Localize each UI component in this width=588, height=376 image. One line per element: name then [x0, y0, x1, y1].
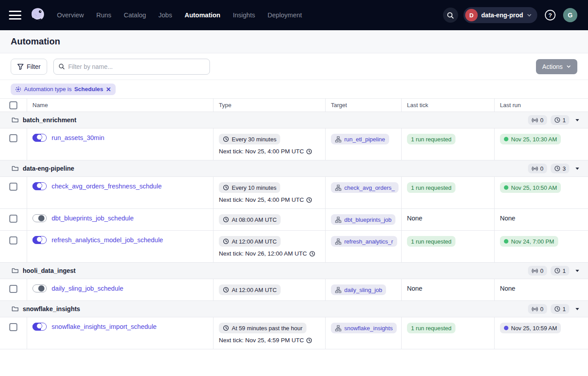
group-row: data-eng-pipeline 03: [0, 160, 588, 177]
filter-chip-automation-type[interactable]: Automation type is Schedules ✕: [11, 84, 116, 95]
filter-button[interactable]: Filter: [11, 59, 47, 75]
last-tick-none: None: [407, 284, 423, 292]
next-tick: Next tick: Nov 25, 4:59 PM UTC: [219, 337, 312, 344]
collapse-group-icon[interactable]: [576, 119, 579, 121]
nav-item-automation[interactable]: Automation: [185, 12, 221, 19]
column-header-type: Type: [213, 99, 326, 112]
collapse-group-icon[interactable]: [576, 168, 579, 170]
sensor-icon: [532, 117, 538, 123]
next-tick: Next tick: Nov 26, 12:00 AM UTC: [219, 250, 315, 257]
row-checkbox[interactable]: [9, 134, 17, 142]
row-checkbox[interactable]: [9, 236, 17, 244]
schedule-toggle[interactable]: [32, 134, 47, 142]
nav-item-insights[interactable]: Insights: [233, 12, 255, 19]
target-link[interactable]: snowflake_insights: [331, 323, 397, 333]
target-link[interactable]: daily_sling_job: [331, 284, 386, 295]
sensor-count-badge: 0: [528, 266, 547, 276]
clock-icon: [223, 287, 229, 293]
last-tick-status: 1 run requested: [407, 134, 455, 144]
folder-icon: [12, 116, 19, 124]
dagster-logo[interactable]: [28, 6, 47, 24]
row-checkbox[interactable]: [9, 285, 17, 293]
collapse-group-icon[interactable]: [576, 270, 579, 272]
nav-item-deployment[interactable]: Deployment: [267, 12, 302, 19]
schedule-name-link[interactable]: check_avg_orders_freshness_schdule: [52, 183, 161, 190]
schedule-toggle[interactable]: [32, 214, 47, 222]
sensor-count-badge: 0: [528, 164, 547, 173]
last-run-link[interactable]: Nov 24, 7:00 PM: [500, 236, 558, 247]
nav-item-overview[interactable]: Overview: [57, 12, 84, 19]
folder-icon: [12, 305, 19, 312]
last-run-link[interactable]: Nov 25, 10:30 AM: [500, 134, 561, 144]
clock-icon: [223, 136, 229, 142]
run-status-dot: [504, 137, 508, 141]
nav-item-jobs[interactable]: Jobs: [158, 12, 172, 19]
folder-icon: [12, 267, 19, 274]
column-header-target: Target: [326, 99, 402, 112]
nav-item-runs[interactable]: Runs: [96, 12, 111, 19]
help-icon[interactable]: ?: [543, 8, 558, 23]
search-icon: [58, 63, 65, 70]
nav-item-catalog[interactable]: Catalog: [124, 12, 146, 19]
target-link[interactable]: check_avg_orders_: [331, 182, 399, 193]
workspace-avatar: D: [465, 9, 478, 21]
last-tick-status: 1 run requested: [407, 323, 455, 333]
clock-icon: [554, 165, 560, 172]
sensor-count-badge: 0: [528, 304, 547, 314]
target-link[interactable]: dbt_blueprints_job: [331, 214, 395, 225]
sensor-icon: [532, 166, 538, 172]
row-checkbox[interactable]: [9, 323, 17, 331]
row-checkbox[interactable]: [9, 183, 17, 191]
row-checkbox[interactable]: [9, 215, 17, 223]
group-name: snowflake_insights: [23, 305, 80, 312]
menu-icon[interactable]: [9, 11, 21, 20]
schedule-name-link[interactable]: dbt_blueprints_job_schedule: [52, 215, 134, 222]
funnel-icon: [17, 64, 24, 70]
schedule-row: dbt_blueprints_job_scheduleAt 08:00 AM U…: [0, 209, 588, 231]
last-run-link[interactable]: Nov 25, 10:50 AM: [500, 182, 561, 193]
last-run-link[interactable]: Nov 25, 10:59 AM: [500, 323, 561, 333]
run-status-dot: [504, 326, 508, 330]
user-avatar[interactable]: G: [563, 8, 577, 22]
clock-icon: [306, 148, 312, 155]
active-filters: Automation type is Schedules ✕: [0, 80, 588, 99]
workspace-switcher[interactable]: D data-eng-prod: [463, 7, 537, 23]
target-link[interactable]: run_etl_pipeline: [331, 134, 389, 144]
actions-button[interactable]: Actions: [536, 59, 577, 74]
job-graph-icon: [335, 325, 342, 332]
clock-icon: [554, 117, 560, 123]
name-filter: [53, 59, 210, 75]
primary-nav: OverviewRunsCatalogJobsAutomationInsight…: [57, 12, 302, 19]
job-graph-icon: [335, 184, 342, 191]
chevron-down-icon: [566, 64, 571, 69]
table-body: batch_enrichment 01run_assets_30minEvery…: [0, 112, 588, 349]
target-link[interactable]: refresh_analytics_r: [331, 236, 397, 247]
schedule-type-pill: At 12:00 AM UTC: [219, 284, 281, 295]
last-run-none: None: [500, 214, 516, 222]
clock-icon: [223, 216, 229, 223]
automation-type-icon: [15, 86, 21, 92]
schedule-toggle[interactable]: [32, 284, 47, 292]
schedule-name-link[interactable]: daily_sling_job_schedule: [52, 285, 123, 292]
schedule-name-link[interactable]: run_assets_30min: [52, 134, 105, 141]
select-all-checkbox[interactable]: [9, 101, 17, 109]
last-tick-status: 1 run requested: [407, 182, 455, 193]
close-icon[interactable]: ✕: [106, 86, 111, 92]
schedule-row: refresh_analytics_model_job_scheduleAt 1…: [0, 231, 588, 263]
schedule-toggle[interactable]: [32, 182, 47, 190]
group-row: hooli_data_ingest 01: [0, 263, 588, 279]
group-name: hooli_data_ingest: [23, 267, 76, 274]
schedule-name-link[interactable]: snowflake_insights_import_schedule: [52, 323, 157, 330]
column-header-last-run: Last run: [495, 99, 588, 112]
clock-icon: [306, 337, 312, 344]
top-nav: OverviewRunsCatalogJobsAutomationInsight…: [0, 0, 588, 30]
collapse-group-icon[interactable]: [576, 308, 579, 310]
search-input[interactable]: [53, 59, 210, 75]
table-header: Name Type Target Last tick Last run: [0, 99, 588, 112]
search-icon[interactable]: [443, 8, 458, 23]
toolbar: Filter Actions: [0, 53, 588, 80]
schedule-toggle[interactable]: [32, 236, 47, 244]
schedule-name-link[interactable]: refresh_analytics_model_job_schedule: [52, 236, 163, 244]
sensor-count-badge: 0: [528, 115, 547, 125]
schedule-toggle[interactable]: [32, 323, 47, 331]
